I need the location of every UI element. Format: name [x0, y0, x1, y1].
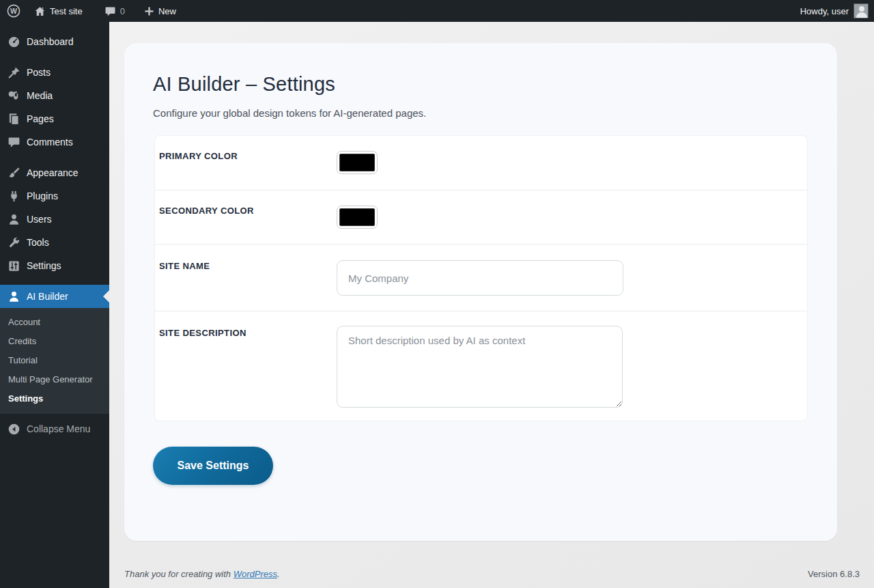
- pushpin-icon: [7, 66, 20, 79]
- secondary-color-picker[interactable]: [337, 206, 378, 229]
- sidebar-item-appearance[interactable]: Appearance: [0, 161, 109, 184]
- submenu-item-settings[interactable]: Settings: [0, 389, 109, 408]
- page-title: AI Builder – Settings: [153, 73, 807, 96]
- sidebar-item-label: Users: [27, 214, 52, 225]
- sidebar-item-label: Settings: [27, 260, 61, 271]
- admin-bar-comments-button[interactable]: 0: [98, 0, 132, 22]
- sidebar-item-media[interactable]: Media: [0, 84, 109, 107]
- sidebar-item-users[interactable]: Users: [0, 208, 109, 231]
- sidebar-item-label: Posts: [27, 67, 51, 78]
- media-icon: [7, 89, 20, 102]
- sidebar-item-posts[interactable]: Posts: [0, 61, 109, 84]
- sidebar-item-comments[interactable]: Comments: [0, 130, 109, 154]
- page-subtitle: Configure your global design tokens for …: [153, 107, 807, 119]
- ai-builder-submenu: Account Credits Tutorial Multi Page Gene…: [0, 308, 109, 414]
- sidebar-item-label: Pages: [27, 113, 54, 124]
- secondary-color-label: SECONDARY COLOR: [155, 191, 337, 244]
- sidebar-item-label: Tools: [27, 237, 49, 248]
- tools-icon: [7, 236, 20, 249]
- admin-bar-site-link[interactable]: Test site: [27, 0, 89, 22]
- ai-builder-icon: [7, 290, 20, 303]
- settings-icon: [7, 259, 20, 272]
- save-settings-button[interactable]: Save Settings: [153, 447, 273, 485]
- sidebar-item-label: Dashboard: [27, 36, 74, 47]
- admin-bar-account-button[interactable]: Howdy, user: [795, 0, 874, 22]
- site-name-input[interactable]: [337, 260, 623, 296]
- settings-form: PRIMARY COLOR SECONDARY COLOR SITE NAME …: [154, 135, 808, 421]
- submenu-item-multi-page-generator[interactable]: Multi Page Generator: [0, 370, 109, 389]
- submenu-item-tutorial[interactable]: Tutorial: [0, 351, 109, 370]
- form-row-primary-color: PRIMARY COLOR: [155, 136, 807, 190]
- comment-count: 0: [120, 6, 125, 16]
- form-row-site-name: SITE NAME: [155, 244, 807, 311]
- collapse-menu-label: Collapse Menu: [27, 423, 90, 434]
- comments-icon: [7, 135, 20, 149]
- admin-bar-new-label: New: [158, 6, 176, 16]
- footer-version-text: Version 6.8.3: [808, 569, 860, 579]
- plus-icon: [144, 6, 154, 16]
- sidebar-item-pages[interactable]: Pages: [0, 107, 109, 130]
- wordpress-logo-button[interactable]: W: [0, 0, 27, 22]
- primary-color-value: [339, 154, 375, 171]
- site-description-textarea[interactable]: [337, 326, 623, 408]
- appearance-icon: [7, 166, 20, 180]
- form-row-site-description: SITE DESCRIPTION: [155, 311, 807, 421]
- home-icon: [34, 5, 46, 17]
- sidebar-item-tools[interactable]: Tools: [0, 231, 109, 254]
- admin-bar-new-button[interactable]: New: [137, 0, 183, 22]
- site-name-label: SITE NAME: [155, 244, 337, 311]
- admin-sidebar: Dashboard Posts Media P: [0, 22, 109, 588]
- secondary-color-value: [339, 208, 375, 226]
- pages-icon: [7, 112, 20, 126]
- sidebar-item-label: Comments: [27, 137, 73, 148]
- primary-color-picker[interactable]: [337, 151, 378, 174]
- sidebar-item-label: Media: [27, 90, 53, 101]
- comment-bubble-icon: [104, 5, 116, 17]
- sidebar-item-ai-builder[interactable]: AI Builder: [0, 285, 109, 308]
- howdy-text: Howdy, user: [800, 6, 849, 16]
- footer-thanks-text: Thank you for creating with WordPress.: [124, 569, 280, 579]
- admin-bar-site-name: Test site: [50, 6, 83, 16]
- sidebar-item-settings[interactable]: Settings: [0, 254, 109, 277]
- site-description-label: SITE DESCRIPTION: [155, 311, 337, 421]
- sidebar-item-label: Plugins: [27, 191, 58, 201]
- sidebar-item-label: AI Builder: [27, 291, 68, 302]
- submenu-item-account[interactable]: Account: [0, 313, 109, 332]
- svg-text:W: W: [10, 7, 17, 15]
- settings-card: AI Builder – Settings Configure your glo…: [124, 43, 837, 541]
- collapse-arrow-icon: [7, 422, 20, 436]
- sidebar-item-label: Appearance: [27, 167, 79, 178]
- sidebar-item-plugins[interactable]: Plugins: [0, 184, 109, 208]
- form-row-secondary-color: SECONDARY COLOR: [155, 190, 807, 244]
- plugins-icon: [7, 189, 20, 203]
- wordpress-link[interactable]: WordPress: [234, 569, 277, 579]
- admin-bar: W Test site 0 New Howdy, use: [0, 0, 874, 22]
- sidebar-item-dashboard[interactable]: Dashboard: [0, 30, 109, 53]
- users-icon: [7, 212, 20, 226]
- collapse-menu-button[interactable]: Collapse Menu: [0, 417, 109, 440]
- dashboard-icon: [7, 35, 20, 48]
- content-area: AI Builder – Settings Configure your glo…: [109, 22, 874, 588]
- avatar: [854, 3, 869, 18]
- wordpress-logo-icon: W: [7, 4, 20, 18]
- submenu-item-credits[interactable]: Credits: [0, 332, 109, 351]
- primary-color-label: PRIMARY COLOR: [155, 136, 337, 190]
